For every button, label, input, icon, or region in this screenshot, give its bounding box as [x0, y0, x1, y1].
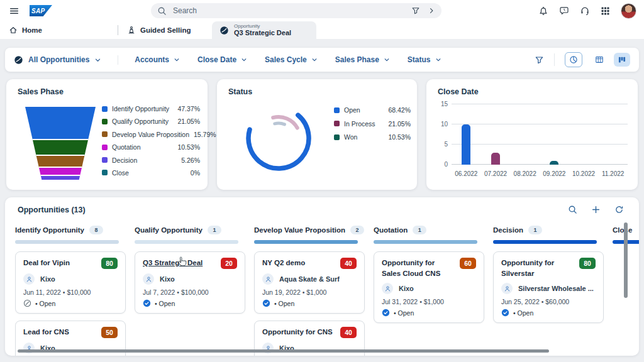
legend-value: 5.26%: [181, 156, 200, 164]
status-arc-in-process: [252, 112, 304, 164]
person-icon: [504, 285, 511, 292]
legend-item: Close0%: [102, 169, 200, 177]
filter-dropdown-sales-cycle[interactable]: Sales Cycle: [265, 55, 318, 64]
tab-home[interactable]: Home: [9, 26, 42, 35]
filter-dropdown-accounts[interactable]: Accounts: [135, 55, 180, 64]
tab-home-label: Home: [22, 26, 42, 34]
filter-dropdown-sales-phase[interactable]: Sales Phase: [335, 55, 390, 64]
status-label: • Open: [274, 300, 294, 307]
opportunities-scope-dropdown[interactable]: All Opportunities: [14, 55, 118, 65]
card-status-row: • Open: [501, 309, 596, 317]
sales-phase-funnel-chart[interactable]: [25, 107, 96, 180]
opportunities-title: Opportunities (13): [18, 206, 86, 214]
status-pending-icon: [23, 299, 31, 307]
column-label: Close: [613, 226, 632, 234]
card-title-row: Opportunity for Silverstar80: [501, 258, 596, 278]
opportunity-card[interactable]: NY Q2 demo40Aqua Skate & SurfJun 19, 202…: [254, 251, 365, 314]
kanban-column-qualify-opportunity: Qualify Opportunity1Q3 Strategic Deal20K…: [135, 225, 246, 356]
column-count-badge: 1: [208, 226, 221, 234]
filter-icon[interactable]: [535, 55, 544, 65]
card-title-row: Opportunity for CNS40: [262, 327, 357, 338]
app-grid-icon[interactable]: [601, 6, 610, 16]
chat-icon[interactable]: [559, 6, 569, 16]
score-badge: 20: [221, 258, 237, 269]
filter-dropdown-status[interactable]: Status: [408, 55, 441, 64]
chevron-down-icon: [174, 57, 180, 63]
column-cards: Deal for Vipin80KixoJun 11, 2022 • $10,0…: [15, 251, 126, 356]
support-headset-icon[interactable]: [580, 6, 590, 16]
column-header: Qualify Opportunity1: [135, 225, 246, 235]
search-filter-icon[interactable]: [411, 6, 420, 15]
close-date-title: Close Date: [438, 87, 638, 96]
bar-07-2022[interactable]: [491, 153, 500, 165]
horizontal-scrollbar[interactable]: [18, 349, 549, 353]
column-header: Quotation1: [374, 225, 485, 235]
column-header: Identify Opportunity8: [15, 225, 126, 235]
filter-label: Sales Phase: [335, 55, 379, 64]
column-progress-bar: [254, 240, 358, 244]
legend-swatch: [102, 131, 108, 137]
sales-phase-card: Sales Phase Identify Opportunity47.37%Qu…: [6, 79, 208, 190]
bar-09-2022[interactable]: [550, 161, 558, 165]
card-status-row: • Open: [23, 299, 118, 307]
search-icon: [157, 6, 167, 16]
refresh-icon[interactable]: [614, 205, 624, 214]
bar-06-2022[interactable]: [462, 124, 470, 165]
vertical-scrollbar[interactable]: [624, 222, 628, 298]
board-search-icon[interactable]: [568, 205, 577, 214]
status-radial-chart[interactable]: [241, 101, 316, 176]
user-avatar[interactable]: [621, 3, 636, 19]
score-badge: 40: [340, 327, 357, 338]
search-input[interactable]: [172, 6, 411, 16]
table-view-button[interactable]: [591, 53, 608, 67]
column-cards: NY Q2 demo40Aqua Skate & SurfJun 19, 202…: [254, 251, 365, 356]
sap-sales-cloud-app: SAP Home Guided Selling: [0, 0, 644, 362]
column-label: Decision: [493, 226, 523, 234]
legend-label: Open: [344, 106, 384, 114]
account-name: Silverstar Wholesale ...: [518, 285, 594, 292]
add-opportunity-icon[interactable]: [591, 205, 601, 214]
y-tick-label: 5: [434, 141, 448, 148]
view-controls: [535, 52, 630, 67]
column-progress-bar: [135, 240, 238, 244]
card-detail-row: Jun 25, 2022 • $60,000: [501, 298, 596, 305]
kanban-column-decision: Decision1Opportunity for Silverstar80Sil…: [493, 225, 604, 356]
score-badge: 80: [579, 258, 596, 269]
close-date-bar-chart[interactable]: 05101506.202207.202208.202209.202210.202…: [452, 104, 628, 165]
legend-swatch: [102, 145, 108, 150]
legend-label: Identify Opportunity: [112, 105, 173, 112]
status-check-icon: [382, 309, 390, 317]
tab-opportunity-active[interactable]: Opportunity Q3 Strategic Deal: [212, 21, 316, 39]
chart-view-button[interactable]: [565, 52, 582, 67]
tab-divider: [118, 25, 118, 35]
opportunity-card[interactable]: Deal for Vipin80KixoJun 11, 2022 • $10,0…: [15, 251, 126, 314]
tab-guided-selling[interactable]: Guided Selling: [127, 26, 191, 35]
chevron-down-icon: [241, 57, 247, 63]
legend-label: Won: [344, 133, 384, 141]
person-icon: [26, 276, 33, 283]
search-expand-icon[interactable]: [428, 7, 435, 14]
card-title: Opportunity for Silverstar: [501, 258, 574, 278]
status-label: • Open: [394, 309, 414, 317]
card-title-row: Opportunity for Sales Cloud CNS60: [382, 258, 476, 278]
card-detail-row: Jul 31, 2022 • $1,000: [382, 298, 476, 305]
tab-guided-selling-label: Guided Selling: [140, 26, 191, 34]
top-shell-bar: SAP: [0, 0, 644, 21]
tab-title: Q3 Strategic Deal: [234, 29, 291, 36]
account-name: Kixo: [160, 275, 175, 283]
gridline: [452, 124, 628, 124]
column-count-badge: 8: [89, 226, 103, 234]
opportunity-card[interactable]: Q3 Strategic Deal20KixoJul 7, 2022 • $10…: [135, 251, 245, 314]
legend-swatch: [334, 107, 340, 113]
home-icon: [9, 26, 18, 35]
filter-dropdown-close-date[interactable]: Close Date: [197, 55, 247, 64]
opportunity-card[interactable]: Opportunity for Sales Cloud CNS60KixoJul…: [374, 251, 484, 323]
opportunity-card[interactable]: Opportunity for Silverstar80Silverstar W…: [493, 251, 604, 323]
y-tick-label: 0: [434, 161, 448, 168]
search-bar[interactable]: [151, 3, 441, 18]
column-cards: Q3 Strategic Deal20KixoJul 7, 2022 • $10…: [135, 251, 246, 314]
menu-icon[interactable]: [9, 6, 19, 16]
notifications-bell-icon[interactable]: [538, 6, 548, 16]
kanban-view-button[interactable]: [614, 53, 630, 67]
column-label: Quotation: [374, 226, 408, 234]
